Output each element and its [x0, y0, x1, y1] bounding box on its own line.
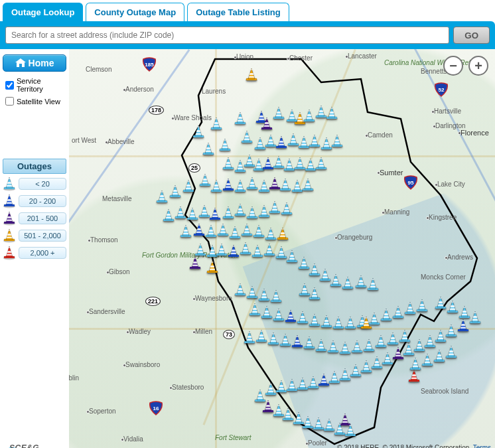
outage-marker[interactable] — [194, 243, 207, 258]
outage-marker[interactable] — [255, 110, 268, 125]
svg-rect-32 — [220, 149, 230, 151]
tab-outage-table-listing[interactable]: Outage Table Listing — [187, 3, 289, 21]
outage-marker[interactable] — [234, 159, 247, 174]
outage-marker[interactable] — [257, 204, 271, 219]
outage-marker[interactable] — [293, 157, 307, 171]
outage-marker[interactable] — [297, 135, 311, 150]
zoom-out-button[interactable]: − — [443, 56, 463, 76]
svg-point-199 — [217, 234, 229, 238]
svg-rect-53 — [304, 119, 315, 121]
outage-marker[interactable] — [251, 244, 264, 259]
outage-marker[interactable] — [192, 125, 205, 139]
city-label: Metasville — [102, 195, 131, 202]
outage-marker[interactable] — [228, 226, 242, 240]
outage-marker[interactable] — [240, 223, 253, 238]
outage-marker[interactable] — [206, 244, 219, 259]
service-territory-checkbox[interactable] — [5, 81, 14, 90]
outage-marker[interactable] — [174, 206, 187, 220]
outage-marker[interactable] — [188, 256, 202, 271]
outage-marker[interactable] — [182, 179, 195, 194]
outage-marker[interactable] — [192, 223, 206, 238]
outage-marker[interactable] — [261, 157, 275, 171]
outage-marker[interactable] — [198, 173, 212, 188]
tab-outage-lookup[interactable]: Outage Lookup — [3, 3, 83, 21]
outage-marker[interactable] — [245, 68, 258, 82]
outage-marker[interactable] — [283, 158, 296, 173]
svg-point-228 — [220, 244, 223, 246]
svg-point-49 — [294, 123, 306, 126]
outage-marker[interactable] — [315, 105, 328, 119]
outage-marker[interactable] — [260, 117, 273, 131]
satellite-view-toggle[interactable]: Satellite View — [5, 97, 64, 106]
service-territory-toggle[interactable]: Service Territory — [5, 77, 64, 93]
outage-marker[interactable] — [272, 106, 285, 121]
outage-marker[interactable] — [215, 243, 228, 258]
outage-marker[interactable] — [222, 178, 235, 192]
outage-marker[interactable] — [293, 112, 307, 126]
outage-marker[interactable] — [320, 137, 333, 151]
outage-marker[interactable] — [234, 179, 247, 194]
home-button[interactable]: Home — [3, 54, 66, 72]
svg-point-217 — [194, 254, 206, 258]
outage-marker[interactable] — [281, 408, 295, 422]
svg-point-406 — [262, 411, 274, 414]
outage-marker[interactable] — [252, 224, 265, 239]
outage-marker[interactable] — [257, 179, 271, 194]
legend-label: 501 - 2,000 — [19, 230, 66, 242]
outage-marker[interactable] — [264, 382, 277, 397]
outage-marker[interactable] — [162, 208, 175, 223]
outage-marker[interactable] — [261, 400, 275, 414]
svg-point-85 — [331, 145, 343, 149]
map-canvas[interactable]: Carolina National Wildlife Ref Fort Gord… — [69, 49, 495, 448]
outage-marker[interactable] — [253, 389, 267, 404]
outage-marker[interactable] — [272, 404, 285, 418]
svg-point-270 — [239, 284, 242, 285]
go-button[interactable]: GO — [453, 27, 490, 44]
outage-marker[interactable] — [252, 158, 265, 173]
outage-marker[interactable] — [246, 177, 259, 191]
outage-marker[interactable] — [303, 109, 316, 123]
svg-rect-137 — [235, 190, 246, 192]
outage-marker[interactable] — [222, 206, 235, 220]
svg-point-31 — [219, 149, 231, 153]
outage-marker[interactable] — [264, 227, 277, 242]
outage-marker[interactable] — [234, 203, 247, 218]
terms-link[interactable]: Terms — [473, 444, 491, 448]
outage-marker[interactable] — [264, 134, 277, 149]
outage-marker[interactable] — [155, 190, 169, 204]
outage-marker[interactable] — [227, 244, 240, 259]
legend: Outages < 20 20 - 200 201 - 500 501 - 2,… — [1, 159, 68, 260]
outage-marker[interactable] — [234, 283, 247, 297]
outage-marker[interactable] — [285, 109, 299, 123]
outage-marker[interactable] — [315, 157, 328, 171]
outage-marker[interactable] — [253, 137, 267, 151]
outage-marker[interactable] — [239, 242, 252, 256]
zoom-in-button[interactable]: + — [468, 56, 488, 76]
outage-marker[interactable] — [218, 138, 232, 153]
outage-marker[interactable] — [202, 142, 215, 157]
svg-rect-158 — [163, 219, 174, 221]
search-input[interactable] — [5, 27, 449, 44]
outage-marker[interactable] — [268, 177, 281, 191]
outage-marker[interactable] — [275, 135, 288, 150]
outage-marker[interactable] — [287, 133, 300, 147]
satellite-view-checkbox[interactable] — [5, 97, 14, 106]
outage-marker[interactable] — [186, 207, 199, 222]
outage-marker[interactable] — [330, 134, 344, 149]
outage-marker[interactable] — [246, 206, 259, 220]
outage-marker[interactable] — [234, 112, 247, 126]
city-label: Gibson — [109, 268, 130, 275]
tab-county-outage-map[interactable]: County Outage Map — [86, 3, 184, 21]
outage-marker[interactable] — [268, 200, 281, 215]
outage-marker[interactable] — [243, 331, 256, 345]
outage-marker[interactable] — [179, 224, 192, 239]
outage-marker[interactable] — [240, 130, 253, 145]
outage-marker[interactable] — [222, 157, 235, 171]
outage-marker[interactable] — [206, 260, 219, 275]
outage-marker[interactable] — [279, 178, 292, 192]
outage-marker[interactable] — [198, 204, 211, 219]
outage-marker[interactable] — [216, 223, 230, 238]
outage-marker[interactable] — [272, 155, 285, 170]
svg-point-102 — [267, 158, 269, 159]
outage-marker[interactable] — [169, 185, 182, 199]
